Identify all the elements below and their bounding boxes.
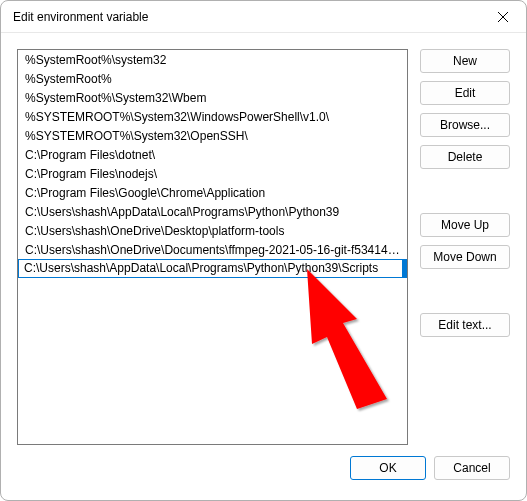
move-down-button[interactable]: Move Down	[420, 245, 510, 269]
list-item[interactable]: C:\Program Files\dotnet\	[18, 145, 407, 164]
list-item[interactable]: C:\Program Files\nodejs\	[18, 164, 407, 183]
close-button[interactable]	[480, 1, 526, 33]
browse-button[interactable]: Browse...	[420, 113, 510, 137]
delete-button[interactable]: Delete	[420, 145, 510, 169]
edit-button[interactable]: Edit	[420, 81, 510, 105]
list-item[interactable]: C:\Program Files\Google\Chrome\Applicati…	[18, 183, 407, 202]
edit-text-button[interactable]: Edit text...	[420, 313, 510, 337]
titlebar: Edit environment variable	[1, 1, 526, 33]
close-icon	[498, 12, 508, 22]
list-item[interactable]: C:\Users\shash\OneDrive\Desktop\platform…	[18, 221, 407, 240]
dialog-footer: OK Cancel	[1, 456, 526, 500]
list-item[interactable]: %SystemRoot%	[18, 69, 407, 88]
list-item[interactable]: %SystemRoot%\System32\Wbem	[18, 88, 407, 107]
cancel-button[interactable]: Cancel	[434, 456, 510, 480]
list-item[interactable]: %SystemRoot%\system32	[18, 50, 407, 69]
list-item[interactable]: C:\Users\shash\AppData\Local\Programs\Py…	[18, 202, 407, 221]
ok-button[interactable]: OK	[350, 456, 426, 480]
new-button[interactable]: New	[420, 49, 510, 73]
list-item-editing[interactable]	[18, 259, 407, 278]
side-button-column: New Edit Browse... Delete Move Up Move D…	[420, 49, 510, 450]
list-item[interactable]: %SYSTEMROOT%\System32\WindowsPowerShell\…	[18, 107, 407, 126]
list-item[interactable]: C:\Users\shash\OneDrive\Documents\ffmpeg…	[18, 240, 407, 259]
text-caret-selection	[402, 260, 406, 277]
window-title: Edit environment variable	[13, 10, 148, 24]
dialog-content: %SystemRoot%\system32 %SystemRoot% %Syst…	[1, 33, 526, 450]
move-up-button[interactable]: Move Up	[420, 213, 510, 237]
path-listbox[interactable]: %SystemRoot%\system32 %SystemRoot% %Syst…	[17, 49, 408, 445]
path-edit-input[interactable]	[24, 260, 402, 277]
list-item[interactable]: %SYSTEMROOT%\System32\OpenSSH\	[18, 126, 407, 145]
